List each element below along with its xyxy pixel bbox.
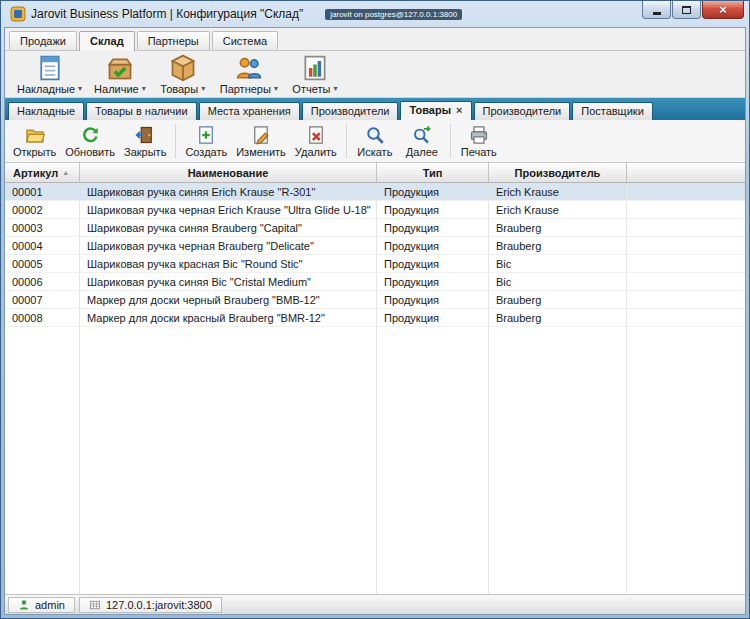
create-button[interactable]: Создать bbox=[181, 122, 231, 160]
cell: Продукция bbox=[377, 219, 489, 236]
print-icon bbox=[469, 125, 489, 145]
invoices-icon bbox=[36, 54, 64, 82]
ribbon: Накладные▾Наличие▾Товары▾Партнеры▾Отчеты… bbox=[5, 51, 745, 98]
window-controls: × bbox=[641, 1, 744, 19]
ribbon-goods-button[interactable]: Товары▾ bbox=[154, 52, 212, 97]
doc-tab-suppliers[interactable]: Поставщики bbox=[572, 102, 653, 120]
cell: 00005 bbox=[5, 255, 80, 272]
ribbon-invoices-button[interactable]: Накладные▾ bbox=[13, 52, 86, 97]
cell-filler bbox=[627, 273, 745, 290]
close-icon: × bbox=[719, 3, 727, 16]
cell: Шариковая ручка синяя Bic "Cristal Mediu… bbox=[80, 273, 377, 290]
dropdown-icon[interactable]: ▾ bbox=[142, 84, 146, 93]
minimize-button[interactable] bbox=[642, 1, 671, 19]
menu-tabbar: ПродажиСкладПартнерыСистема bbox=[5, 28, 745, 51]
doc-tab-goods-in-stock[interactable]: Товары в наличии bbox=[86, 102, 197, 120]
ribbon-invoices-label: Накладные▾ bbox=[17, 83, 82, 95]
cell: Шариковая ручка синяя Brauberg "Capital" bbox=[80, 219, 377, 236]
products-table: Артикул▲НаименованиеТипПроизводитель 000… bbox=[5, 163, 745, 594]
cell: Продукция bbox=[377, 291, 489, 308]
table-row[interactable]: 00007Маркер для доски черный Brauberg "B… bbox=[5, 291, 745, 309]
ribbon-stock-label: Наличие▾ bbox=[94, 83, 146, 95]
doc-tab-manufacturers-2[interactable]: Производители bbox=[474, 102, 571, 120]
maximize-button[interactable] bbox=[672, 1, 701, 19]
toolbar-separator bbox=[175, 124, 176, 158]
cell-filler bbox=[627, 183, 745, 200]
column-header-article[interactable]: Артикул▲ bbox=[5, 163, 80, 182]
maximize-icon bbox=[682, 6, 691, 14]
app-window: Jarovit Business Platform | Конфигурация… bbox=[0, 0, 750, 619]
delete-icon bbox=[306, 125, 326, 145]
dropdown-icon[interactable]: ▾ bbox=[333, 84, 337, 93]
cell: Bic bbox=[489, 273, 627, 290]
print-button[interactable]: Печать bbox=[456, 122, 502, 160]
search-button[interactable]: Искать bbox=[352, 122, 398, 160]
database-icon bbox=[89, 599, 101, 611]
menu-tab-sales[interactable]: Продажи bbox=[9, 31, 77, 50]
table-row[interactable]: 00003Шариковая ручка синяя Brauberg "Cap… bbox=[5, 219, 745, 237]
table-row[interactable]: 00002Шариковая ручка черная Erich Krause… bbox=[5, 201, 745, 219]
refresh-icon bbox=[80, 125, 100, 145]
table-body: 00001Шариковая ручка синяя Erich Krause … bbox=[5, 183, 745, 327]
cell: Продукция bbox=[377, 255, 489, 272]
sort-asc-icon: ▲ bbox=[62, 169, 69, 176]
open-button[interactable]: Открыть bbox=[9, 122, 60, 160]
dropdown-icon[interactable]: ▾ bbox=[274, 84, 278, 93]
search-next-button[interactable]: Далее bbox=[399, 122, 445, 160]
empty-column bbox=[489, 327, 627, 594]
cell: Brauberg bbox=[489, 309, 627, 326]
document-toolbar: ОткрытьОбновитьЗакрытьСоздатьИзменитьУда… bbox=[5, 120, 745, 163]
dropdown-icon[interactable]: ▾ bbox=[78, 84, 82, 93]
statusbar: admin 127.0.0.1:jarovit:3800 bbox=[5, 594, 745, 614]
stock-icon bbox=[106, 54, 134, 82]
doc-tab-goods[interactable]: Товары× bbox=[400, 101, 471, 120]
status-connection-label: 127.0.0.1:jarovit:3800 bbox=[106, 599, 212, 611]
cell-filler bbox=[627, 219, 745, 236]
refresh-button[interactable]: Обновить bbox=[61, 122, 119, 160]
doc-tab-storage-places[interactable]: Места хранения bbox=[199, 102, 300, 120]
menu-tab-system[interactable]: Система bbox=[212, 31, 278, 50]
titlebar[interactable]: Jarovit Business Platform | Конфигурация… bbox=[4, 1, 746, 27]
client-area: ПродажиСкладПартнерыСистема Накладные▾На… bbox=[4, 27, 746, 615]
dropdown-icon[interactable]: ▾ bbox=[201, 84, 205, 93]
table-row[interactable]: 00006Шариковая ручка синяя Bic "Cristal … bbox=[5, 273, 745, 291]
cell: 00002 bbox=[5, 201, 80, 218]
connection-banner: jarovit on postgres@127.0.0.1:3800 bbox=[325, 9, 462, 20]
cell: Шариковая ручка черная Brauberg "Delicat… bbox=[80, 237, 377, 254]
toolbar-separator bbox=[346, 124, 347, 158]
create-icon bbox=[196, 125, 216, 145]
menu-tab-partners[interactable]: Партнеры bbox=[137, 31, 210, 50]
ribbon-reports-button[interactable]: Отчеты▾ bbox=[286, 52, 344, 97]
empty-column bbox=[80, 327, 377, 594]
ribbon-partners-button[interactable]: Партнеры▾ bbox=[216, 52, 282, 97]
column-header-manufacturer[interactable]: Производитель bbox=[489, 163, 627, 182]
close-doc-icon bbox=[135, 125, 155, 145]
edit-button[interactable]: Изменить bbox=[232, 122, 290, 160]
ribbon-stock-button[interactable]: Наличие▾ bbox=[90, 52, 150, 97]
document-tabbar: НакладныеТовары в наличииМеста храненияП… bbox=[5, 98, 745, 120]
open-icon bbox=[25, 125, 45, 145]
cell: Продукция bbox=[377, 183, 489, 200]
doc-tab-manufacturers[interactable]: Производители bbox=[302, 102, 399, 120]
cell-filler bbox=[627, 237, 745, 254]
toolbar-separator bbox=[450, 124, 451, 158]
column-header-title[interactable]: Наименование bbox=[80, 163, 377, 182]
cell: Маркер для доски красный Brauberg "BMR-1… bbox=[80, 309, 377, 326]
cell: 00001 bbox=[5, 183, 80, 200]
ribbon-reports-label: Отчеты▾ bbox=[292, 83, 337, 95]
column-header-type[interactable]: Тип bbox=[377, 163, 489, 182]
table-row[interactable]: 00005Шариковая ручка красная Bic "Round … bbox=[5, 255, 745, 273]
table-empty-area bbox=[5, 327, 745, 594]
tab-close-icon[interactable]: × bbox=[456, 105, 462, 116]
doc-tab-invoices[interactable]: Накладные bbox=[8, 102, 84, 120]
menu-tab-warehouse[interactable]: Склад bbox=[79, 31, 135, 51]
table-row[interactable]: 00001Шариковая ручка синяя Erich Krause … bbox=[5, 183, 745, 201]
cell: Шариковая ручка синяя Erich Krause "R-30… bbox=[80, 183, 377, 200]
close-doc-button[interactable]: Закрыть bbox=[120, 122, 170, 160]
close-button[interactable]: × bbox=[702, 1, 744, 19]
table-row[interactable]: 00004Шариковая ручка черная Brauberg "De… bbox=[5, 237, 745, 255]
table-row[interactable]: 00008Маркер для доски красный Brauberg "… bbox=[5, 309, 745, 327]
table-header: Артикул▲НаименованиеТипПроизводитель bbox=[5, 163, 745, 183]
delete-button[interactable]: Удалить bbox=[291, 122, 341, 160]
window-title: Jarovit Business Platform | Конфигурация… bbox=[31, 7, 303, 21]
